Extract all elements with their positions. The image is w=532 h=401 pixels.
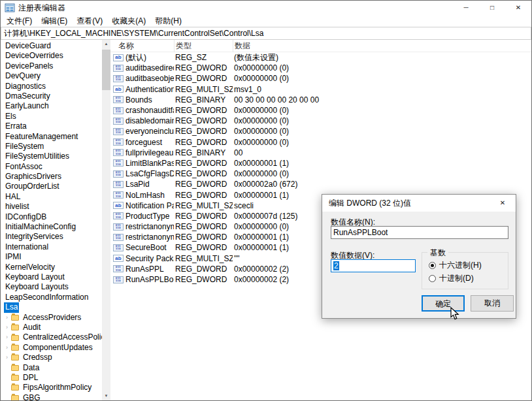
minimize-button[interactable]: ─: [453, 1, 479, 15]
value-row-LimitBlankPass-[interactable]: 011110LimitBlankPass...REG_DWORD0x000000…: [110, 158, 531, 168]
value-row-LsaPid[interactable]: 011110LsaPidREG_DWORD0x000002a0 (672): [110, 179, 531, 189]
value-type: REG_DWORD: [174, 159, 233, 168]
radio-hexadecimal[interactable]: 十六进制(H): [429, 260, 482, 271]
tree-item-Audit[interactable]: ›Audit: [1, 323, 102, 332]
tree-item-International[interactable]: International: [1, 242, 102, 252]
tree-item-Keyboard-Layouts[interactable]: Keyboard Layouts: [1, 282, 102, 292]
tree-item-LeapSecondInformation[interactable]: LeapSecondInformation: [1, 293, 102, 302]
tree-item-HAL[interactable]: HAL: [1, 192, 102, 202]
value-name: LsaPid: [125, 180, 150, 189]
tree-item-DeviceGuard[interactable]: DeviceGuard: [1, 41, 102, 51]
value-name-input[interactable]: RunAsPPLBoot: [331, 226, 508, 239]
value-row-disabledomain-[interactable]: 011110disabledomain...REG_DWORD0x0000000…: [110, 116, 531, 126]
column-header-data[interactable]: 数据: [233, 40, 531, 52]
value-data: 0x00000000 (0): [233, 138, 531, 147]
tree-item-label: GBG: [22, 393, 42, 400]
tree-item-DevicePanels[interactable]: DevicePanels: [1, 61, 102, 71]
tree-item-AccessProviders[interactable]: ›AccessProviders: [1, 313, 102, 323]
chevron-right-icon[interactable]: ›: [6, 332, 11, 342]
tree-item-InitialMachineConfig[interactable]: InitialMachineConfig: [1, 222, 102, 232]
value-data: 0x00000001 (1): [233, 159, 531, 168]
tree-item-FeatureManagement[interactable]: FeatureManagement: [1, 132, 102, 142]
value-row--默认-[interactable]: ab(默认)REG_SZ(数值未设置): [110, 52, 531, 63]
tree-item-GroupOrderList[interactable]: GroupOrderList: [1, 182, 102, 191]
folder-icon: [11, 325, 19, 330]
tree-item-Keyboard-Layout[interactable]: Keyboard Layout: [1, 272, 102, 282]
tree-item-Els[interactable]: Els: [1, 112, 102, 121]
value-row-crashonauditfail[interactable]: 011110crashonauditfailREG_DWORD0x0000000…: [110, 105, 531, 116]
tree-scrollbar[interactable]: ▲ ▼: [102, 40, 110, 400]
binary-value-icon: 011110: [113, 234, 124, 241]
tree-item-Data[interactable]: ›Data: [1, 363, 102, 373]
tree-item-DmaSecurity[interactable]: DmaSecurity: [1, 91, 102, 101]
menu-item-2[interactable]: 查看(V): [72, 15, 107, 27]
address-input[interactable]: 计算机\HKEY_LOCAL_MACHINE\SYSTEM\CurrentCon…: [1, 27, 531, 40]
tree-item-GBG[interactable]: ›GBG: [1, 393, 102, 400]
value-row-auditbasedirec-[interactable]: 011110auditbasedirec...REG_DWORD0x000000…: [110, 63, 531, 73]
menu-item-1[interactable]: 编辑(E): [37, 15, 72, 27]
menu-item-3[interactable]: 收藏夹(A): [107, 15, 150, 27]
value-data-input[interactable]: 2: [331, 259, 416, 272]
tree-item-DevQuery[interactable]: DevQuery: [1, 71, 102, 81]
radio-checked-icon: [429, 262, 436, 269]
tree-item-IDConfigDB[interactable]: IDConfigDB: [1, 212, 102, 222]
tree-item-label: hivelist: [4, 202, 31, 212]
tree-item-FipsAlgorithmPolicy[interactable]: ›FipsAlgorithmPolicy: [1, 383, 102, 393]
value-row-Bounds[interactable]: 011110BoundsREG_BINARY00 30 00 00 00 20 …: [110, 95, 531, 105]
chevron-right-icon[interactable]: ›: [6, 343, 11, 353]
tree-item-label: FeatureManagement: [4, 132, 79, 142]
binary-value-icon: 011110: [113, 170, 124, 178]
tree-item-FontAssoc[interactable]: FontAssoc: [1, 162, 102, 172]
binary-value-icon: 011110: [113, 118, 124, 125]
dialog-close-icon[interactable]: ✕: [490, 195, 516, 212]
value-row-everyoneinclud-[interactable]: 011110everyoneinclud...REG_DWORD0x000000…: [110, 126, 531, 136]
tree-item-GraphicsDrivers[interactable]: GraphicsDrivers: [1, 172, 102, 182]
radio-decimal[interactable]: 十进制(D): [429, 273, 474, 284]
chevron-right-icon[interactable]: ›: [6, 323, 11, 332]
value-row-Authentication-[interactable]: abAuthentication ...REG_MULTI_SZmsv1_0: [110, 84, 531, 95]
value-row-fullprivilegeau-[interactable]: 011110fullprivilegeau...REG_BINARY00: [110, 148, 531, 158]
maximize-button[interactable]: □: [479, 1, 505, 15]
tree-item-label: Data: [22, 363, 41, 373]
dialog-body: 数值名称(N): RunAsPPLBoot 数值数据(V): 2 基数 十六进制…: [322, 212, 516, 319]
column-header-type[interactable]: 类型: [174, 40, 233, 52]
scroll-down-icon[interactable]: ▼: [102, 392, 110, 400]
scrollbar-track[interactable]: [102, 48, 110, 392]
scrollbar-thumb[interactable]: [102, 50, 110, 90]
value-row-auditbaseobje-[interactable]: 011110auditbaseobje...REG_DWORD0x0000000…: [110, 73, 531, 84]
menu-item-0[interactable]: 文件(F): [2, 15, 37, 27]
binary-value-icon: 011110: [113, 65, 124, 72]
tree-item-DeviceOverrides[interactable]: DeviceOverrides: [1, 51, 102, 61]
string-value-icon: ab: [113, 255, 124, 262]
tree-item-Lsa[interactable]: Lsa: [1, 302, 102, 312]
caption-buttons: ─ □ ✕: [453, 1, 531, 15]
tree-item-IPMI[interactable]: IPMI: [1, 252, 102, 262]
tree-item-FileSystemUtilities[interactable]: FileSystemUtilities: [1, 152, 102, 161]
tree-item-Errata[interactable]: Errata: [1, 121, 102, 131]
tree-item-FileSystem[interactable]: FileSystem: [1, 142, 102, 152]
value-data: (数值未设置): [233, 52, 531, 63]
tree-item-DPL[interactable]: ›DPL: [1, 373, 102, 383]
tree-item-Credssp[interactable]: ›Credssp: [1, 353, 102, 362]
tree-item-label: GraphicsDrivers: [4, 172, 63, 182]
close-button[interactable]: ✕: [505, 1, 531, 15]
menu-item-4[interactable]: 帮助(H): [150, 15, 186, 27]
tree-item-Diagnostics[interactable]: Diagnostics: [1, 82, 102, 91]
column-header-name[interactable]: 名称: [110, 40, 174, 52]
tree-item-hivelist[interactable]: hivelist: [1, 202, 102, 212]
chevron-right-icon[interactable]: ›: [6, 353, 11, 362]
chevron-right-icon[interactable]: ›: [6, 313, 11, 323]
tree-item-IntegrityServices[interactable]: IntegrityServices: [1, 232, 102, 242]
value-data: 00 30 00 00 00 20 00 00: [233, 95, 531, 104]
value-name: auditbaseobje...: [125, 74, 174, 83]
tree-item-KernelVelocity[interactable]: KernelVelocity: [1, 263, 102, 272]
tree-item-label: Keyboard Layout: [4, 272, 66, 282]
base-groupbox: 基数 十六进制(H) 十进制(D): [422, 252, 508, 289]
value-row-forceguest[interactable]: 011110forceguestREG_DWORD0x00000000 (0): [110, 137, 531, 148]
cancel-button[interactable]: 取消: [471, 295, 514, 312]
value-row-LsaCfgFlagsDe-[interactable]: 011110LsaCfgFlagsDe...REG_DWORD0x0000000…: [110, 168, 531, 179]
tree-item-CentralizedAccessPolicies[interactable]: ›CentralizedAccessPolicies: [1, 332, 102, 342]
tree-item-ComponentUpdates[interactable]: ›ComponentUpdates: [1, 343, 102, 353]
tree-item-EarlyLaunch[interactable]: EarlyLaunch: [1, 101, 102, 111]
scroll-up-icon[interactable]: ▲: [102, 40, 110, 48]
